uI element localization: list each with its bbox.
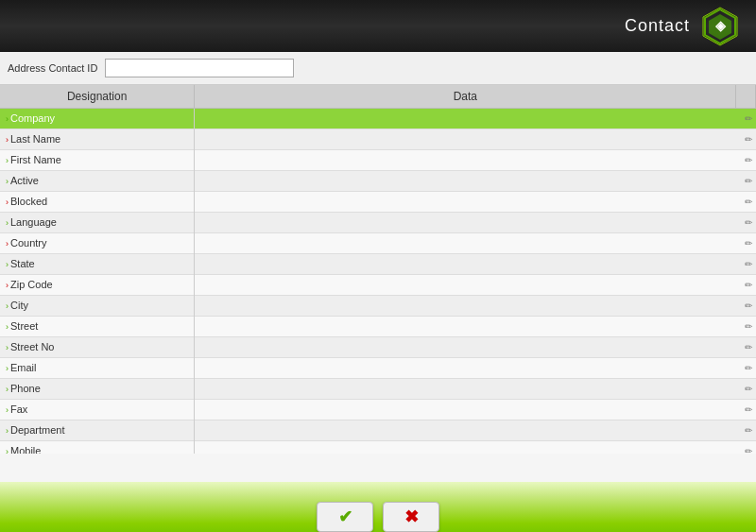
designation-cell: ›Department <box>0 420 195 440</box>
edit-icon[interactable]: ✏ <box>745 300 752 311</box>
table-row[interactable]: ›Zip Code✏ <box>0 274 756 295</box>
designation-cell: ›Active <box>0 170 195 191</box>
row-arrow-icon: › <box>6 177 9 186</box>
table-body: ›Company✏›Last Name✏›First Name✏›Active✏… <box>0 108 756 454</box>
table-row[interactable]: ›Last Name✏ <box>0 129 756 149</box>
edit-cell[interactable]: ✏ <box>736 191 756 212</box>
edit-icon[interactable]: ✏ <box>745 134 752 145</box>
table-row[interactable]: ›Language✏ <box>0 212 756 232</box>
table-row[interactable]: ›First Name✏ <box>0 149 756 170</box>
data-cell <box>195 170 736 191</box>
edit-cell[interactable]: ✏ <box>736 295 756 316</box>
table-row[interactable]: ›Mobile✏ <box>0 440 756 454</box>
designation-cell: ›Street No <box>0 336 195 357</box>
edit-cell[interactable]: ✏ <box>736 108 756 129</box>
edit-cell[interactable]: ✏ <box>736 357 756 378</box>
data-cell <box>195 149 736 170</box>
designation-cell: ›City <box>0 295 195 316</box>
designation-cell: ›Language <box>0 212 195 232</box>
table-row[interactable]: ›Phone✏ <box>0 378 756 399</box>
table-header-row: Designation Data <box>0 85 756 108</box>
designation-cell: ›Fax <box>0 399 195 420</box>
data-cell <box>195 357 736 378</box>
table-row[interactable]: ›Country✏ <box>0 232 756 253</box>
address-bar: Address Contact ID <box>0 52 756 85</box>
designation-label: Country <box>10 237 47 249</box>
edit-cell[interactable]: ✏ <box>736 336 756 357</box>
edit-icon[interactable]: ✏ <box>745 425 752 436</box>
row-arrow-icon: › <box>6 114 9 124</box>
cancel-button[interactable]: ✖ <box>383 502 439 532</box>
designation-label: Fax <box>10 403 27 415</box>
edit-cell[interactable]: ✏ <box>736 253 756 274</box>
logo-icon: ◈ <box>699 5 742 47</box>
data-cell <box>195 108 736 129</box>
table-row[interactable]: ›Street No✏ <box>0 336 756 357</box>
data-cell <box>195 129 736 149</box>
edit-icon[interactable]: ✏ <box>745 238 752 249</box>
table-row[interactable]: ›Email✏ <box>0 357 756 378</box>
designation-cell: ›Street <box>0 316 195 336</box>
footer: ✔ ✖ <box>0 482 756 532</box>
table-wrapper[interactable]: Designation Data ›Company✏›Last Name✏›Fi… <box>0 85 756 454</box>
edit-icon[interactable]: ✏ <box>745 363 752 373</box>
data-cell <box>195 253 736 274</box>
table-row[interactable]: ›City✏ <box>0 295 756 316</box>
col-data-header: Data <box>195 85 736 108</box>
check-icon: ✔ <box>338 506 352 527</box>
table-row[interactable]: ›State✏ <box>0 253 756 274</box>
table-row[interactable]: ›Street✏ <box>0 316 756 336</box>
edit-icon[interactable]: ✏ <box>745 404 752 415</box>
table-row[interactable]: ›Company✏ <box>0 108 756 129</box>
row-arrow-icon: › <box>6 156 9 165</box>
table-row[interactable]: ›Department✏ <box>0 420 756 440</box>
edit-icon[interactable]: ✏ <box>745 280 752 290</box>
data-cell <box>195 212 736 232</box>
table-row[interactable]: ›Blocked✏ <box>0 191 756 212</box>
edit-cell[interactable]: ✏ <box>736 440 756 454</box>
designation-label: Company <box>10 112 55 124</box>
edit-icon[interactable]: ✏ <box>745 217 752 228</box>
edit-icon[interactable]: ✏ <box>745 155 752 165</box>
designation-label: Street No <box>10 341 54 352</box>
edit-cell[interactable]: ✏ <box>736 316 756 336</box>
data-table: Designation Data ›Company✏›Last Name✏›Fi… <box>0 85 756 454</box>
edit-cell[interactable]: ✏ <box>736 129 756 149</box>
page-title: Contact <box>625 16 690 36</box>
edit-cell[interactable]: ✏ <box>736 274 756 295</box>
edit-icon[interactable]: ✏ <box>745 446 752 454</box>
address-contact-id-input[interactable] <box>105 59 294 77</box>
edit-cell[interactable]: ✏ <box>736 378 756 399</box>
edit-icon[interactable]: ✏ <box>745 176 752 186</box>
address-contact-id-label: Address Contact ID <box>8 62 97 74</box>
edit-icon[interactable]: ✏ <box>745 197 752 207</box>
edit-cell[interactable]: ✏ <box>736 212 756 232</box>
data-cell <box>195 336 736 357</box>
designation-label: Blocked <box>10 196 47 207</box>
data-cell <box>195 191 736 212</box>
designation-cell: ›Zip Code <box>0 274 195 295</box>
designation-label: First Name <box>10 154 61 165</box>
edit-icon[interactable]: ✏ <box>745 342 752 352</box>
designation-cell: ›Blocked <box>0 191 195 212</box>
edit-cell[interactable]: ✏ <box>736 399 756 420</box>
edit-cell[interactable]: ✏ <box>736 420 756 440</box>
data-cell <box>195 378 736 399</box>
table-row[interactable]: ›Fax✏ <box>0 399 756 420</box>
table-row[interactable]: ›Active✏ <box>0 170 756 191</box>
edit-cell[interactable]: ✏ <box>736 170 756 191</box>
edit-icon[interactable]: ✏ <box>745 321 752 332</box>
data-cell <box>195 232 736 253</box>
edit-icon[interactable]: ✏ <box>745 384 752 394</box>
edit-icon[interactable]: ✏ <box>745 259 752 269</box>
edit-cell[interactable]: ✏ <box>736 149 756 170</box>
confirm-button[interactable]: ✔ <box>317 502 373 532</box>
edit-cell[interactable]: ✏ <box>736 232 756 253</box>
data-cell <box>195 440 736 454</box>
main-content: Designation Data ›Company✏›Last Name✏›Fi… <box>0 85 756 482</box>
svg-text:◈: ◈ <box>714 18 727 33</box>
cross-icon: ✖ <box>404 506 419 527</box>
designation-label: Phone <box>10 383 41 394</box>
row-arrow-icon: › <box>6 343 9 352</box>
edit-icon[interactable]: ✏ <box>745 113 752 124</box>
